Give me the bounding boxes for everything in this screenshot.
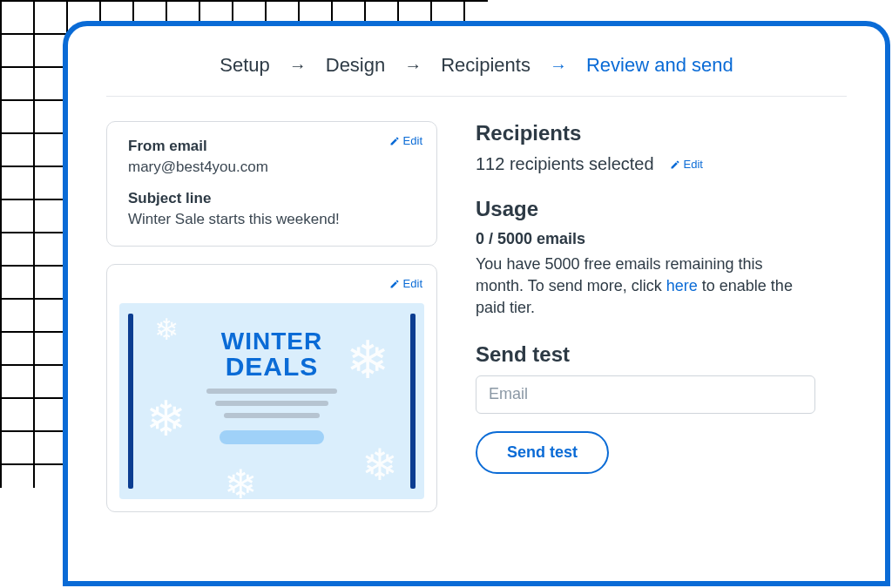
from-email-label: From email xyxy=(128,138,419,155)
arrow-icon: → xyxy=(289,56,307,76)
step-recipients[interactable]: Recipients xyxy=(441,54,530,77)
snowflake-icon: ❄ xyxy=(362,440,398,490)
stepper: Setup → Design → Recipients → Review and… xyxy=(106,54,847,97)
edit-label: Edit xyxy=(403,277,422,290)
preview-text-placeholder xyxy=(215,401,328,406)
pencil-icon xyxy=(670,159,680,170)
send-test-button[interactable]: Send test xyxy=(476,431,609,474)
snowflake-icon: ❄ xyxy=(224,461,258,499)
usage-heading: Usage xyxy=(476,197,847,221)
edit-recipients-button[interactable]: Edit xyxy=(670,158,703,171)
email-preview: ❄ ❄ ❄ ❄ ❄ WINTER DEALS xyxy=(119,303,424,499)
preview-text-placeholder xyxy=(224,413,320,418)
step-setup[interactable]: Setup xyxy=(220,54,270,77)
send-test-heading: Send test xyxy=(476,342,847,367)
pencil-icon xyxy=(389,279,400,289)
arrow-icon: → xyxy=(550,56,567,76)
enable-paid-tier-link[interactable]: here xyxy=(666,277,698,294)
step-review-and-send[interactable]: Review and send xyxy=(586,54,733,77)
test-email-input[interactable] xyxy=(476,375,815,414)
review-card: Setup → Design → Recipients → Review and… xyxy=(63,21,890,586)
step-design[interactable]: Design xyxy=(326,54,385,77)
edit-label: Edit xyxy=(403,134,422,147)
from-email-value: mary@best4you.com xyxy=(128,159,419,176)
arrow-icon: → xyxy=(404,56,422,76)
subject-line-label: Subject line xyxy=(128,190,419,207)
preview-cta-placeholder xyxy=(220,430,324,444)
usage-count: 0 / 5000 emails xyxy=(476,230,847,248)
pencil-icon xyxy=(389,136,400,146)
usage-body: You have 5000 free emails remaining this… xyxy=(476,253,807,320)
edit-design-button[interactable]: Edit xyxy=(389,277,422,290)
design-preview-panel: Edit ❄ ❄ ❄ ❄ ❄ WINTER DEALS xyxy=(106,264,437,512)
subject-line-value: Winter Sale starts this weekend! xyxy=(128,211,419,228)
preview-text-placeholder xyxy=(206,389,337,394)
preview-headline-2: DEALS xyxy=(119,352,424,382)
recipients-heading: Recipients xyxy=(476,121,847,145)
edit-setup-button[interactable]: Edit xyxy=(389,134,422,147)
edit-label: Edit xyxy=(684,158,703,171)
recipients-summary: 112 recipients selected xyxy=(476,154,654,174)
setup-summary-panel: Edit From email mary@best4you.com Subjec… xyxy=(106,121,437,247)
